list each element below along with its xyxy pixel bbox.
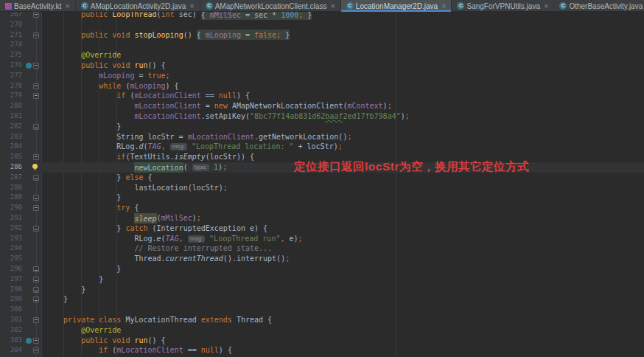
- java-class-icon: C: [559, 2, 567, 10]
- fold-marker[interactable]: [33, 195, 39, 201]
- code-text[interactable]: }: [41, 193, 644, 203]
- line-number: 284: [0, 142, 22, 152]
- fold-marker[interactable]: [33, 175, 39, 181]
- code-text[interactable]: }: [41, 274, 644, 285]
- fold-marker[interactable]: [33, 226, 39, 232]
- code-text[interactable]: } catch (InterruptedException e) {: [41, 223, 644, 234]
- fold-marker[interactable]: [33, 205, 39, 211]
- fold-marker[interactable]: [33, 266, 39, 272]
- code-line: 282 }: [0, 122, 644, 132]
- line-number: 292: [0, 223, 22, 234]
- code-text[interactable]: Thread.currentThread().interrupt();: [41, 254, 644, 264]
- gutter-cell: 290: [0, 203, 41, 213]
- fold-marker[interactable]: [33, 317, 39, 323]
- fold-marker[interactable]: [33, 287, 39, 293]
- gutter-cell: 295: [0, 254, 41, 264]
- line-number: 275: [0, 50, 22, 60]
- line-number: 288: [0, 183, 22, 193]
- tab-sangforvpnutils-java[interactable]: CSangForVPNUtils.java×: [452, 0, 554, 12]
- gutter-cell: 299: [0, 294, 41, 305]
- line-number: 276: [0, 60, 22, 71]
- code-line: 284 RLog.d(TAG, msg: "LoopThread locatio…: [0, 142, 644, 152]
- code-line: 291 sleep(mMilSec);: [0, 213, 644, 223]
- code-text[interactable]: [41, 20, 644, 30]
- gutter-cell: 294: [0, 243, 41, 254]
- code-text[interactable]: lastLocation(locStr);: [41, 183, 644, 193]
- tab-amaplocationactivity2d-java[interactable]: CAMapLocationActivity2D.java×: [76, 0, 200, 12]
- code-text[interactable]: [41, 305, 644, 315]
- line-number: 270: [0, 20, 22, 30]
- code-text[interactable]: while (mLooping) {: [41, 81, 644, 91]
- line-number: 285: [0, 152, 22, 162]
- tab-baseactivity-kt[interactable]: BaseActivity.kt×: [0, 0, 76, 12]
- code-text[interactable]: @Override: [41, 325, 644, 336]
- code-editor[interactable]: 267 public LoopThread(int sec) { mMilSec…: [0, 12, 644, 357]
- code-text[interactable]: // Restore interrupted state...: [41, 243, 644, 254]
- code-line: 279 if (mLocationClient == null) {: [0, 91, 644, 101]
- code-text[interactable]: mLocationClient.setApiKey("8bc77f14ab831…: [41, 111, 644, 122]
- code-text[interactable]: }: [41, 294, 644, 305]
- code-text[interactable]: public void stopLooping() { mLooping = f…: [41, 30, 644, 41]
- override-method-icon[interactable]: [26, 63, 32, 69]
- tab-close-icon[interactable]: ×: [189, 2, 194, 10]
- intention-bulb-icon[interactable]: [32, 164, 38, 169]
- gutter-cell: 293: [0, 234, 41, 244]
- code-text[interactable]: }: [41, 285, 644, 295]
- line-number: 295: [0, 254, 22, 264]
- fold-marker[interactable]: [33, 83, 39, 89]
- gutter-cell: 280: [0, 101, 41, 111]
- code-text[interactable]: public void run() {: [41, 60, 644, 71]
- fold-marker[interactable]: [33, 338, 39, 344]
- code-line: 288 lastLocation(locStr);: [0, 183, 644, 193]
- code-text[interactable]: private class MyLocationThread extends T…: [41, 315, 644, 325]
- fold-marker[interactable]: [33, 277, 39, 283]
- tab-close-icon[interactable]: ×: [330, 2, 335, 10]
- line-number: 289: [0, 193, 22, 203]
- code-text[interactable]: }: [41, 122, 644, 132]
- override-method-icon[interactable]: [26, 338, 32, 344]
- line-number: 298: [0, 285, 22, 295]
- gutter-cell: 284: [0, 142, 41, 152]
- tab-close-icon[interactable]: ×: [441, 2, 446, 10]
- code-text[interactable]: if (mLocationClient == null) {: [41, 345, 644, 356]
- line-number: 294: [0, 243, 22, 254]
- tab-label: SangForVPNUtils.java: [466, 2, 539, 10]
- code-line: 294 // Restore interrupted state...: [0, 243, 644, 254]
- gutter-cell: 296: [0, 264, 41, 274]
- tab-otherbaseactivity-java[interactable]: COtherBaseActivity.java×: [554, 0, 644, 12]
- code-text[interactable]: @Override: [41, 50, 644, 60]
- tab-label: AMapNetworkLocationClient.class: [215, 2, 327, 10]
- code-text[interactable]: RLog.e(TAG, msg: "LoopThread run", e);: [41, 234, 644, 244]
- fold-marker[interactable]: [33, 297, 39, 302]
- annotation-text: 定位接口返回locStr为空，换用其它定位方式: [294, 159, 529, 175]
- code-text[interactable]: mLocationClient = new AMapNetworkLocatio…: [41, 101, 644, 111]
- tab-amapnetworklocationclient-class[interactable]: CAMapNetworkLocationClient.class×: [200, 0, 341, 12]
- line-number: 278: [0, 81, 22, 91]
- tab-label: OtherBaseActivity.java: [569, 2, 643, 10]
- tab-close-icon[interactable]: ×: [65, 2, 69, 10]
- code-text[interactable]: sleep(mMilSec);: [41, 213, 644, 223]
- fold-marker[interactable]: [33, 124, 39, 130]
- line-number: 303: [0, 336, 22, 346]
- tab-locationmanager2d-java[interactable]: CLocationManager2D.java×: [341, 0, 452, 12]
- fold-marker[interactable]: [33, 347, 39, 353]
- gutter-cell: 303: [0, 336, 41, 346]
- code-text[interactable]: public void run() {: [41, 336, 644, 346]
- line-number: 290: [0, 203, 22, 213]
- code-text[interactable]: try {: [41, 203, 644, 213]
- code-text[interactable]: mLooping = true;: [41, 71, 644, 81]
- code-text[interactable]: if (mLocationClient == null) {: [41, 91, 644, 101]
- code-text[interactable]: }: [41, 264, 644, 274]
- code-text[interactable]: RLog.d(TAG, msg: "LoopThread location: "…: [41, 142, 644, 152]
- kotlin-file-icon: [5, 3, 12, 10]
- code-text[interactable]: String locStr = mLocationClient.getNetwo…: [41, 132, 644, 142]
- fold-marker[interactable]: [33, 32, 39, 38]
- line-number: 282: [0, 122, 22, 132]
- fold-marker[interactable]: [33, 63, 39, 69]
- fold-marker[interactable]: [33, 12, 39, 18]
- fold-marker[interactable]: [33, 154, 39, 160]
- line-number: 279: [0, 91, 22, 101]
- fold-marker[interactable]: [33, 93, 39, 99]
- code-text[interactable]: [41, 40, 644, 50]
- tab-close-icon[interactable]: ×: [544, 2, 548, 10]
